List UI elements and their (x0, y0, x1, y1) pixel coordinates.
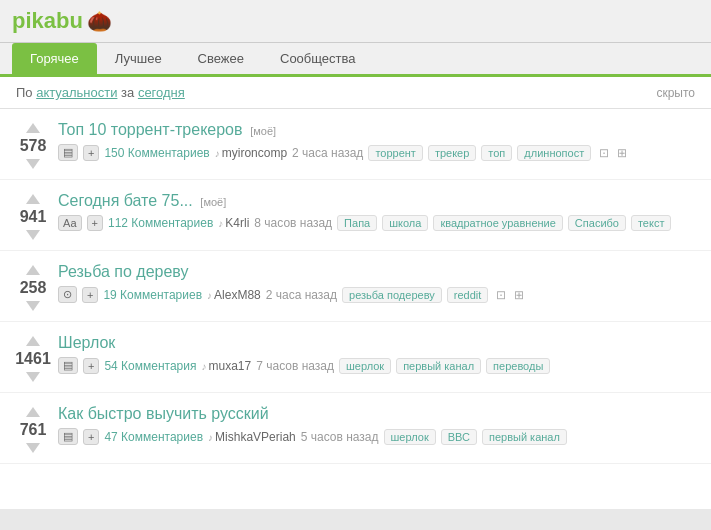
post-author[interactable]: K4rli (218, 216, 249, 230)
comments-link[interactable]: 150 Комментариев (104, 146, 209, 160)
post-item: 258 Резьба по дереву ⊙ + 19 Комментариев… (0, 251, 711, 322)
logo: pikabu 🌰 (12, 8, 112, 34)
vote-down-button[interactable] (26, 301, 40, 311)
post-author[interactable]: myironcomp (215, 146, 287, 160)
post-add-icon[interactable]: + (83, 358, 99, 374)
tag-2[interactable]: трекер (428, 145, 476, 161)
post-author[interactable]: muxa17 (202, 359, 252, 373)
vote-count: 578 (20, 137, 47, 155)
post-title-row: Топ 10 торрент-трекеров [моё] (58, 121, 703, 139)
vote-block: 761 (8, 405, 58, 453)
post-type-icon[interactable]: ▤ (58, 428, 78, 445)
post-body: Резьба по дереву ⊙ + 19 Комментариев Ale… (58, 263, 703, 303)
post-title-link[interactable]: Резьба по дереву (58, 263, 189, 280)
hidden-link[interactable]: скрыто (656, 86, 695, 100)
post-time: 8 часов назад (254, 216, 332, 230)
comments-link[interactable]: 19 Комментариев (103, 288, 202, 302)
vote-block: 578 (8, 121, 58, 169)
tag-1[interactable]: Папа (337, 215, 377, 231)
comments-link[interactable]: 47 Комментариев (104, 430, 203, 444)
post-author[interactable]: MishkaVPeriah (208, 430, 296, 444)
vote-count: 761 (20, 421, 47, 439)
tag-4[interactable]: Спасибо (568, 215, 626, 231)
tab-fresh[interactable]: Свежее (180, 43, 262, 74)
post-add-icon[interactable]: + (87, 215, 103, 231)
logo-text[interactable]: pikabu (12, 8, 83, 34)
post-add-icon[interactable]: + (82, 287, 98, 303)
tag-1[interactable]: резьба подереву (342, 287, 442, 303)
filter-middle: за (121, 85, 134, 100)
tag-2[interactable]: ВВС (441, 429, 477, 445)
post-time: 5 часов назад (301, 430, 379, 444)
vote-count: 941 (20, 208, 47, 226)
post-item: 761 Как быстро выучить русский ▤ + 47 Ко… (0, 393, 711, 464)
tag-2[interactable]: первый канал (396, 358, 481, 374)
tab-best[interactable]: Лучшее (97, 43, 180, 74)
filter-text: По актуальности за сегодня (16, 85, 185, 100)
comments-link[interactable]: 54 Комментария (104, 359, 196, 373)
tag-5[interactable]: текст (631, 215, 672, 231)
tag-4[interactable]: длиннопост (517, 145, 591, 161)
post-type-icon[interactable]: ⊙ (58, 286, 77, 303)
post-time: 2 часа назад (292, 146, 363, 160)
vote-down-button[interactable] (26, 372, 40, 382)
vote-down-button[interactable] (26, 443, 40, 453)
post-time: 2 часа назад (266, 288, 337, 302)
post-type-icon[interactable]: ▤ (58, 144, 78, 161)
post-meta: Аа + 112 Комментариев K4rli 8 часов наза… (58, 215, 703, 231)
post-meta: ⊙ + 19 Комментариев AlexM88 2 часа назад… (58, 286, 703, 303)
post-add-icon[interactable]: + (83, 145, 99, 161)
comments-link[interactable]: 112 Комментариев (108, 216, 213, 230)
post-meta: ▤ + 54 Комментария muxa17 7 часов назад … (58, 357, 703, 374)
vote-block: 258 (8, 263, 58, 311)
vote-count: 1461 (15, 350, 51, 368)
filter-period-link[interactable]: сегодня (138, 85, 185, 100)
vote-up-button[interactable] (26, 407, 40, 417)
post-title-row: Сегодня бате 75... [моё] (58, 192, 703, 210)
tag-3[interactable]: первый канал (482, 429, 567, 445)
vote-up-button[interactable] (26, 123, 40, 133)
post-body: Шерлок ▤ + 54 Комментария muxa17 7 часов… (58, 334, 703, 374)
filter-prefix: По (16, 85, 33, 100)
tag-2[interactable]: школа (382, 215, 428, 231)
tag-3[interactable]: топ (481, 145, 512, 161)
tag-3[interactable]: переводы (486, 358, 550, 374)
tab-communities[interactable]: Сообщества (262, 43, 374, 74)
post-type-icon[interactable]: ▤ (58, 357, 78, 374)
save-icon[interactable]: ⊡ (496, 288, 506, 302)
vote-up-button[interactable] (26, 336, 40, 346)
post-meta: ▤ + 47 Комментариев MishkaVPeriah 5 часо… (58, 428, 703, 445)
expand-icon[interactable]: ⊞ (514, 288, 524, 302)
tag-3[interactable]: квадратное уравнение (433, 215, 562, 231)
vote-block: 941 (8, 192, 58, 240)
save-icon[interactable]: ⊡ (599, 146, 609, 160)
post-title-link[interactable]: Как быстро выучить русский (58, 405, 269, 422)
post-item: 1461 Шерлок ▤ + 54 Комментария muxa17 7 … (0, 322, 711, 393)
post-body: Сегодня бате 75... [моё] Аа + 112 Коммен… (58, 192, 703, 231)
post-mine-tag[interactable]: [моё] (200, 196, 226, 208)
post-mine-tag[interactable]: [моё] (250, 125, 276, 137)
tab-hot[interactable]: Горячее (12, 43, 97, 74)
tag-2[interactable]: reddit (447, 287, 489, 303)
vote-down-button[interactable] (26, 159, 40, 169)
vote-up-button[interactable] (26, 265, 40, 275)
tag-1[interactable]: шерлок (339, 358, 391, 374)
post-add-icon[interactable]: + (83, 429, 99, 445)
post-title-link[interactable]: Топ 10 торрент-трекеров (58, 121, 243, 138)
post-title-link[interactable]: Шерлок (58, 334, 115, 351)
post-title-link[interactable]: Сегодня бате 75... (58, 192, 193, 209)
post-author[interactable]: AlexM88 (207, 288, 261, 302)
vote-up-button[interactable] (26, 194, 40, 204)
post-item: 578 Топ 10 торрент-трекеров [моё] ▤ + 15… (0, 109, 711, 180)
post-time: 7 часов назад (256, 359, 334, 373)
post-title-row: Шерлок (58, 334, 703, 352)
tag-1[interactable]: торрент (368, 145, 423, 161)
post-type-icon[interactable]: Аа (58, 215, 82, 231)
filter-sort-link[interactable]: актуальности (36, 85, 117, 100)
expand-icon[interactable]: ⊞ (617, 146, 627, 160)
vote-down-button[interactable] (26, 230, 40, 240)
filter-bar: По актуальности за сегодня скрыто (0, 77, 711, 109)
post-item: 941 Сегодня бате 75... [моё] Аа + 112 Ко… (0, 180, 711, 251)
tag-1[interactable]: шерлок (384, 429, 436, 445)
logo-icon: 🌰 (87, 9, 112, 33)
